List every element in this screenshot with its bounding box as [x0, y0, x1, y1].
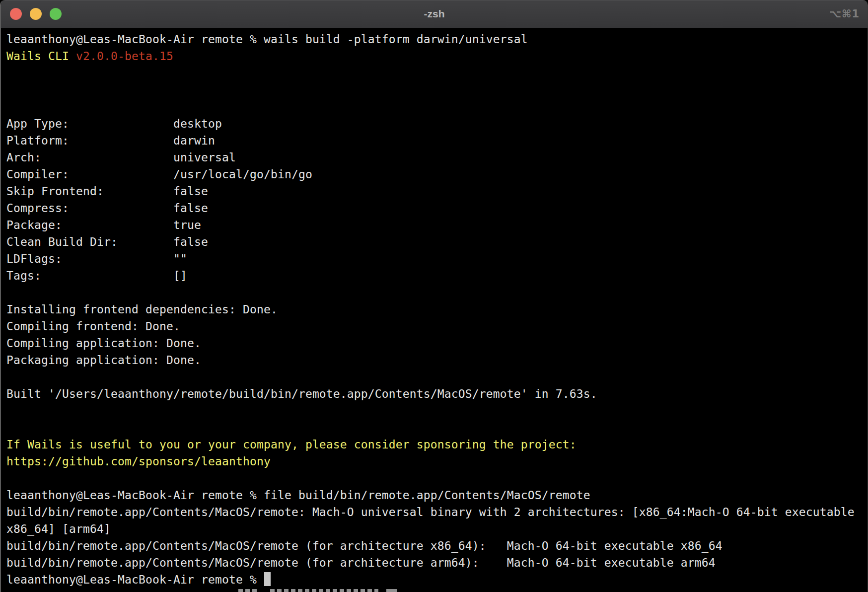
terminal-line: build/bin/remote.app/Contents/MacOS/remo…	[6, 504, 868, 520]
terminal-line: Skip Frontend: false	[6, 183, 868, 200]
terminal-text-segment: v2.0.0-beta.15	[76, 50, 173, 63]
terminal-line: LDFlags: ""	[6, 250, 868, 267]
terminal-line	[6, 402, 868, 419]
terminal-text-segment: leaanthony@Leas-MacBook-Air remote % fil…	[6, 489, 590, 502]
terminal-line: Compiling frontend: Done.	[6, 318, 868, 335]
terminal-text-segment: build/bin/remote.app/Contents/MacOS/remo…	[6, 556, 716, 569]
terminal-text-segment: If Wails is useful to you or your compan…	[6, 438, 577, 451]
terminal-text-segment: LDFlags: ""	[6, 252, 187, 265]
terminal-line: Built '/Users/leaanthony/remote/build/bi…	[6, 385, 868, 402]
terminal-line: Wails CLI v2.0.0-beta.15	[6, 48, 868, 65]
terminal-text-segment: Installing frontend dependencies: Done.	[6, 303, 278, 316]
traffic-lights	[10, 0, 62, 28]
terminal-line: build/bin/remote.app/Contents/MacOS/remo…	[6, 554, 868, 571]
window-shortcut-hint: ⌥⌘1	[829, 0, 860, 28]
terminal-line: https://github.com/sponsors/leaanthony	[6, 453, 868, 470]
zoom-button[interactable]	[50, 8, 62, 20]
terminal-line	[6, 284, 868, 301]
window-title: -zsh	[424, 8, 445, 20]
terminal-text-segment: Compiler: /usr/local/go/bin/go	[6, 168, 312, 181]
terminal-line: Compiling application: Done.	[6, 335, 868, 352]
terminal-line: Compress: false	[6, 200, 868, 217]
terminal-text-segment: Clean Build Dir: false	[6, 235, 208, 248]
terminal-line	[6, 81, 868, 98]
terminal-line: build/bin/remote.app/Contents/MacOS/remo…	[6, 537, 868, 554]
terminal-line: Compiler: /usr/local/go/bin/go	[6, 166, 868, 183]
terminal-line: Clean Build Dir: false	[6, 233, 868, 250]
terminal-line	[6, 369, 868, 385]
terminal-text-segment: Compiling application: Done.	[6, 337, 201, 350]
terminal-output: leaanthony@Leas-MacBook-Air remote % wai…	[6, 31, 868, 588]
terminal-line: Platform: darwin	[6, 132, 868, 149]
terminal-text-segment: Compress: false	[6, 202, 208, 215]
terminal-text-segment: Packaging application: Done.	[6, 354, 201, 367]
terminal-line	[6, 98, 868, 115]
terminal-text-segment: Compiling frontend: Done.	[6, 320, 180, 333]
terminal-text-segment: Wails CLI	[6, 50, 76, 63]
terminal-text-segment: App Type: desktop	[6, 117, 222, 130]
terminal-line: If Wails is useful to you or your compan…	[6, 436, 868, 453]
terminal-text-segment: leaanthony@Leas-MacBook-Air remote % wai…	[6, 33, 528, 46]
terminal-line	[6, 65, 868, 81]
terminal-text-segment: leaanthony@Leas-MacBook-Air remote %	[6, 573, 264, 586]
terminal-text-segment: Platform: darwin	[6, 134, 215, 147]
minimize-button[interactable]	[30, 8, 42, 20]
terminal-line: leaanthony@Leas-MacBook-Air remote %	[6, 571, 868, 588]
terminal-text-segment: Package: true	[6, 219, 201, 231]
terminal-line: leaanthony@Leas-MacBook-Air remote % wai…	[6, 31, 868, 48]
titlebar[interactable]: -zsh ⌥⌘1	[1, 0, 868, 28]
terminal-line	[6, 419, 868, 436]
terminal-text-segment: x86_64] [arm64]	[6, 522, 111, 535]
terminal-line: Installing frontend dependencies: Done.	[6, 301, 868, 318]
terminal-screen[interactable]: leaanthony@Leas-MacBook-Air remote % wai…	[1, 28, 868, 592]
terminal-text-segment: Tags: []	[6, 269, 187, 282]
terminal-line: Arch: universal	[6, 149, 868, 166]
terminal-line	[6, 470, 868, 487]
terminal-text-segment: https://github.com/sponsors/leaanthony	[6, 455, 271, 468]
terminal-text-segment: Skip Frontend: false	[6, 185, 208, 198]
terminal-line: Tags: []	[6, 267, 868, 284]
terminal-line: Packaging application: Done.	[6, 352, 868, 369]
close-button[interactable]	[10, 8, 22, 20]
terminal-line: Package: true	[6, 217, 868, 233]
terminal-window: -zsh ⌥⌘1 leaanthony@Leas-MacBook-Air rem…	[0, 0, 868, 592]
terminal-text-segment: build/bin/remote.app/Contents/MacOS/remo…	[6, 539, 723, 552]
terminal-line: App Type: desktop	[6, 115, 868, 132]
terminal-text-segment: Built '/Users/leaanthony/remote/build/bi…	[6, 387, 597, 400]
terminal-text-segment: Arch: universal	[6, 151, 236, 164]
terminal-text-segment: build/bin/remote.app/Contents/MacOS/remo…	[6, 506, 855, 518]
terminal-line: x86_64] [arm64]	[6, 520, 868, 537]
terminal-cursor	[264, 572, 271, 586]
terminal-line: leaanthony@Leas-MacBook-Air remote % fil…	[6, 487, 868, 504]
